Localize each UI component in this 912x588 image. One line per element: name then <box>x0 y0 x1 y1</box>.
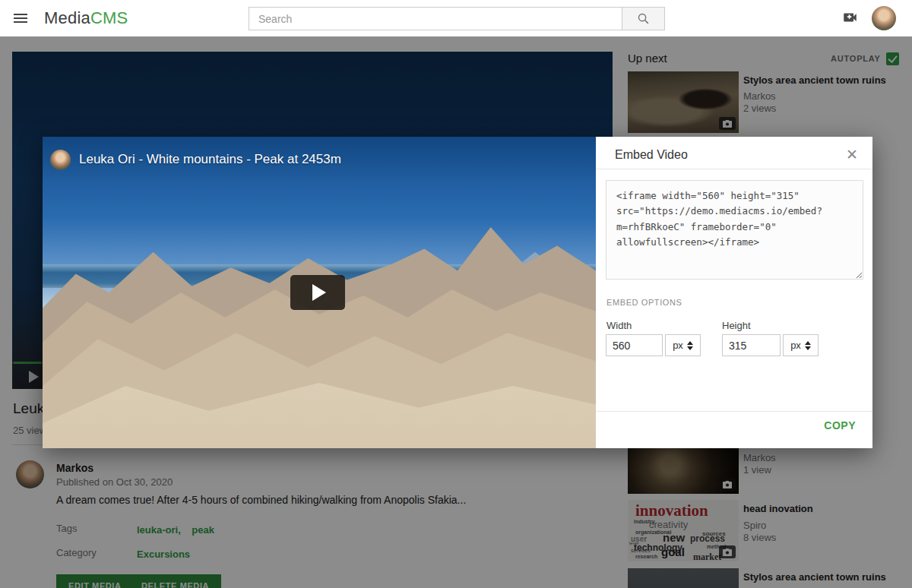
logo-cms: CMS <box>90 8 128 27</box>
search-icon <box>637 12 650 25</box>
upload-media-button[interactable] <box>840 9 860 27</box>
embed-code-textarea[interactable]: <iframe width="560" height="315" src="ht… <box>606 180 863 280</box>
copy-button[interactable]: COPY <box>824 419 856 432</box>
preview-titlebar: Leuka Ori - White mountains - Peak at 24… <box>43 137 596 182</box>
top-navbar: MediaCMS <box>0 0 912 36</box>
embed-options-label: EMBED OPTIONS <box>606 298 682 307</box>
divider <box>596 169 872 169</box>
divider <box>596 411 872 412</box>
video-call-icon <box>841 9 860 26</box>
spinner-arrows-icon <box>687 341 693 350</box>
play-button[interactable] <box>290 275 345 310</box>
width-input[interactable] <box>606 334 663 356</box>
height-unit-value: px <box>790 340 801 351</box>
width-unit-value: px <box>673 340 683 351</box>
search-input[interactable] <box>249 7 622 30</box>
menu-icon[interactable] <box>14 11 30 26</box>
user-avatar[interactable] <box>872 6 896 30</box>
mediacms-page: Leuka Ori - White mountains - Peak at 24… <box>0 0 912 588</box>
logo-media: Media <box>44 8 90 27</box>
width-unit-select[interactable]: px <box>665 334 701 356</box>
logo[interactable]: MediaCMS <box>44 8 128 28</box>
spinner-arrows-icon <box>805 341 811 350</box>
embed-panel: Embed Video ✕ <iframe width="560" height… <box>596 137 872 448</box>
height-unit-select[interactable]: px <box>783 334 819 356</box>
close-icon[interactable]: ✕ <box>841 144 863 166</box>
height-label: Height <box>722 320 751 331</box>
embed-preview-player[interactable]: Leuka Ori - White mountains - Peak at 24… <box>43 137 596 448</box>
embed-video-modal: Leuka Ori - White mountains - Peak at 24… <box>43 137 872 448</box>
width-label: Width <box>606 320 632 331</box>
uploader-avatar[interactable] <box>50 150 71 170</box>
modal-title: Embed Video <box>615 148 688 162</box>
preview-video-title: Leuka Ori - White mountains - Peak at 24… <box>79 152 341 167</box>
search-button[interactable] <box>622 7 665 30</box>
height-input[interactable] <box>722 334 781 356</box>
